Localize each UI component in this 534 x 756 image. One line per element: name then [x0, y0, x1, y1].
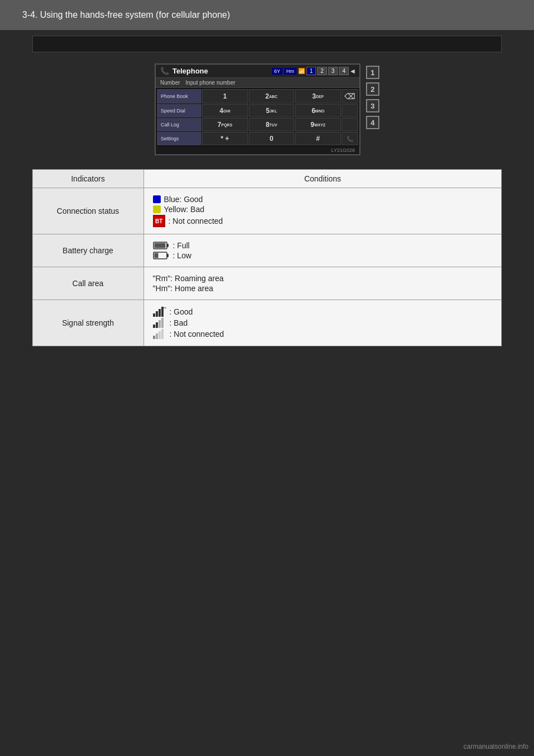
- table-row-signal: Signal strength : Good: [32, 300, 502, 346]
- key-empty-1: [342, 104, 358, 117]
- tel-number-placeholder: Input phone number: [186, 80, 236, 86]
- tel-signal-icon: 📶: [298, 68, 305, 74]
- key-9[interactable]: 9 WXYZ: [295, 118, 341, 131]
- number-labels: 1 2 3 4: [366, 66, 379, 129]
- condition-blue: Blue: Good: [153, 195, 493, 204]
- tel-header-left: 📞 Telephone: [160, 67, 208, 75]
- svg-rect-12: [156, 322, 158, 328]
- svg-rect-6: [153, 313, 155, 317]
- condition-signal-good: : Good: [153, 307, 493, 317]
- condition-home: "Hm": Home area: [153, 284, 493, 293]
- svg-rect-16: [156, 333, 158, 339]
- table-row-call-area: Call area "Rm": Roaming area "Hm": Home …: [32, 267, 502, 300]
- svg-rect-8: [159, 309, 161, 317]
- key-5[interactable]: 5 JKL: [249, 104, 295, 117]
- col-header-indicators: Indicators: [32, 170, 144, 188]
- svg-rect-1: [154, 243, 165, 248]
- tab-2[interactable]: 2: [317, 67, 327, 75]
- indicator-call-area: Call area: [32, 267, 144, 300]
- tel-number-label: Number: [160, 80, 180, 86]
- key-0[interactable]: 0: [249, 132, 295, 145]
- key-star[interactable]: * +: [202, 132, 248, 145]
- yellow-indicator-icon: [153, 205, 161, 213]
- tab-3[interactable]: 3: [328, 67, 338, 75]
- key-empty-2: [342, 118, 358, 131]
- watermark: carmanualsonline.info: [463, 743, 528, 750]
- key-3[interactable]: 3 DEF: [295, 89, 341, 104]
- telephone-ui: 📞 Telephone 6Y Hm 📶 1 2 3 4 ◀: [155, 63, 360, 155]
- condition-nc-text: : Not connected: [169, 217, 223, 225]
- info-table: Indicators Conditions Connection status …: [32, 169, 502, 346]
- settings-btn[interactable]: Settings: [157, 132, 201, 145]
- tel-footer: LY21G028: [156, 146, 359, 154]
- tab-1[interactable]: 1: [306, 67, 317, 75]
- tel-header-right: 6Y Hm 📶 1 2 3 4 ◀: [272, 67, 355, 75]
- tel-footer-code: LY21G028: [332, 148, 355, 153]
- tab-4[interactable]: 4: [339, 67, 349, 75]
- num-label-3: 3: [366, 99, 379, 112]
- svg-rect-4: [154, 253, 158, 258]
- indicator-battery: Battery charge: [32, 234, 144, 267]
- backspace-btn[interactable]: ⌫: [342, 89, 358, 104]
- tab-row: 1 2 3 4: [306, 67, 349, 75]
- key-1[interactable]: 1: [202, 89, 248, 104]
- indicator-connection: Connection status: [32, 188, 144, 234]
- key-8[interactable]: 8 TUV: [249, 118, 295, 131]
- condition-battery-full: : Full: [153, 241, 493, 250]
- tel-phone-icon: 📞: [160, 67, 169, 75]
- call-btn[interactable]: 📞: [342, 132, 358, 145]
- condition-yellow-text: Yellow: Bad: [164, 205, 205, 214]
- condition-battery-low: : Low: [153, 251, 493, 260]
- indicator-signal: Signal strength: [32, 300, 144, 346]
- num-label-4: 4: [366, 116, 379, 129]
- num-label-2: 2: [366, 82, 379, 96]
- key-2[interactable]: 2 ABC: [249, 89, 295, 104]
- table-row-connection: Connection status Blue: Good Yellow: Bad…: [32, 188, 502, 234]
- key-hash[interactable]: #: [295, 132, 341, 145]
- condition-signal-nc: : Not connected: [153, 329, 493, 339]
- svg-rect-7: [156, 311, 158, 317]
- svg-rect-5: [167, 254, 169, 257]
- svg-rect-13: [159, 320, 161, 328]
- signal-good-icon: [153, 307, 166, 317]
- keypad-row-4: Settings * + 0 # 📞: [157, 132, 358, 145]
- keypad-row-2: Speed Dial 4 GHI 5 JKL 6 MNO: [157, 104, 358, 117]
- speed-dial-btn[interactable]: Speed Dial: [157, 104, 201, 117]
- tel-indicator: 6Y: [272, 68, 283, 75]
- tel-back-arrow: ◀: [350, 68, 355, 74]
- num-label-1: 1: [366, 66, 379, 79]
- svg-rect-9: [161, 307, 164, 317]
- signal-good-text: : Good: [170, 307, 193, 316]
- condition-battery: : Full : Low: [144, 234, 502, 267]
- condition-blue-text: Blue: Good: [164, 195, 203, 204]
- key-4[interactable]: 4 GHI: [202, 104, 248, 117]
- header-title: 3-4. Using the hands-free system (for ce…: [22, 10, 230, 19]
- condition-connection: Blue: Good Yellow: Bad BT : Not connecte…: [144, 188, 502, 234]
- key-6[interactable]: 6 MNO: [295, 104, 341, 117]
- keypad-row-3: Call Log 7 PQRS 8 TUV 9 WXYZ: [157, 118, 358, 131]
- tel-title: Telephone: [172, 67, 208, 75]
- key-7[interactable]: 7 PQRS: [202, 118, 248, 131]
- table-row-battery: Battery charge : Full: [32, 234, 502, 267]
- condition-yellow: Yellow: Bad: [153, 205, 493, 214]
- signal-nc-text: : Not connected: [170, 330, 224, 338]
- battery-low-text: : Low: [173, 251, 191, 260]
- roaming-text: "Rm": Roaming area: [153, 274, 224, 283]
- svg-rect-15: [153, 336, 155, 339]
- call-log-btn[interactable]: Call Log: [157, 118, 201, 131]
- battery-full-icon: [153, 241, 170, 250]
- home-text: "Hm": Home area: [153, 284, 214, 293]
- tel-header: 📞 Telephone 6Y Hm 📶 1 2 3 4 ◀: [156, 65, 359, 78]
- battery-low-icon: [153, 251, 170, 260]
- signal-bad-text: : Bad: [170, 318, 188, 327]
- svg-rect-2: [167, 244, 169, 247]
- keypad-row-1: Phone Book 1 2 ABC 3 DEF ⌫: [157, 89, 358, 104]
- dark-banner: [32, 36, 502, 52]
- condition-signal-bad: : Bad: [153, 318, 493, 328]
- page-container: 3-4. Using the hands-free system (for ce…: [0, 0, 534, 756]
- content-area: 📞 Telephone 6Y Hm 📶 1 2 3 4 ◀: [32, 63, 502, 346]
- condition-not-connected: BT : Not connected: [153, 215, 493, 227]
- condition-call-area: "Rm": Roaming area "Hm": Home area: [144, 267, 502, 300]
- phone-book-btn[interactable]: Phone Book: [157, 89, 201, 104]
- signal-nc-icon: [153, 329, 166, 339]
